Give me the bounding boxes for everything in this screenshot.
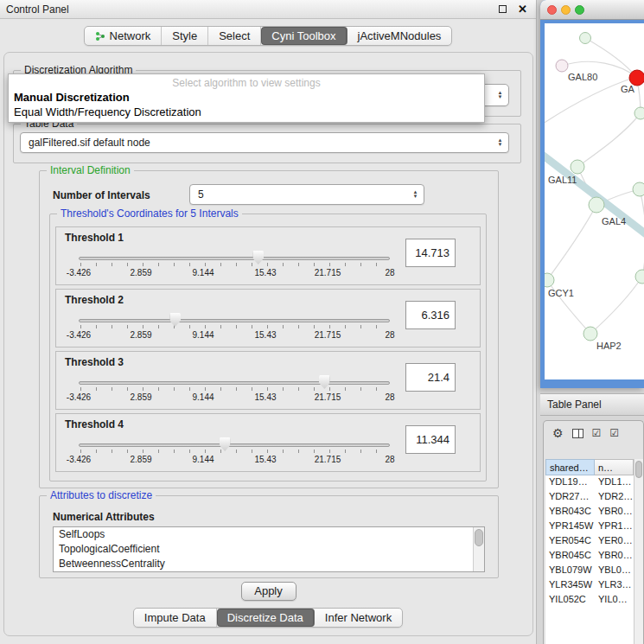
node-label-partial: GA: [621, 84, 635, 94]
threshold-4-value-field[interactable]: 11.344: [405, 425, 456, 454]
network-node-gcy1[interactable]: [545, 273, 554, 287]
threshold-2-slider[interactable]: [79, 312, 390, 329]
tick-label: 9.144: [192, 268, 214, 277]
cell[interactable]: YBR0…: [595, 505, 634, 520]
column-header-name[interactable]: n…: [595, 459, 634, 475]
node-label-gal80: GAL80: [568, 72, 597, 82]
threshold-3-panel: Threshold 3 -3.426 2.859 9.144 15.43 21.…: [55, 351, 481, 410]
threshold-1-slider[interactable]: [79, 250, 390, 267]
tab-select[interactable]: Select: [208, 27, 261, 45]
cell[interactable]: YBL0…: [595, 564, 634, 578]
select-column-icon[interactable]: ☑: [609, 427, 619, 439]
table-data-combo[interactable]: galFiltered.sif default node ▲ ▼: [20, 132, 509, 153]
cell[interactable]: YBR0…: [595, 549, 634, 564]
numerical-attributes-list[interactable]: SelfLoops TopologicalCoefficient Between…: [53, 526, 485, 572]
network-node[interactable]: [634, 107, 644, 119]
thick-edge[interactable]: [545, 151, 644, 241]
tab-infer-network[interactable]: Infer Network: [315, 609, 402, 627]
combo-stepper-icon[interactable]: ▲ ▼: [494, 91, 506, 99]
scrollbar-thumb[interactable]: [475, 529, 483, 546]
tick-label: 2.859: [130, 455, 151, 464]
combo-stepper-icon[interactable]: ▲ ▼: [410, 190, 421, 199]
slider-track[interactable]: [79, 319, 390, 322]
tab-jactivemodules[interactable]: jActiveMNodules: [348, 27, 452, 45]
float-window-icon[interactable]: [499, 5, 507, 13]
close-icon[interactable]: ✕: [518, 3, 527, 15]
table-scrollbar[interactable]: [634, 459, 643, 644]
cell[interactable]: YBR045C: [545, 549, 595, 564]
threshold-1-panel: Threshold 1 -3.426 2.859 9.144 15.43 21.…: [55, 226, 481, 285]
cell[interactable]: YLR345W: [545, 578, 595, 593]
cell[interactable]: YDR27…: [545, 490, 595, 505]
list-item[interactable]: TopologicalCoefficient: [54, 542, 484, 557]
cell[interactable]: YER054C: [545, 534, 595, 549]
cell[interactable]: YER0…: [595, 534, 634, 549]
tab-style[interactable]: Style: [162, 27, 208, 45]
threshold-1-value-field[interactable]: 14.713: [405, 239, 456, 267]
gear-icon[interactable]: ⚙: [552, 426, 564, 440]
table-row[interactable]: YBR043CYBR0…: [545, 505, 634, 520]
select-all-icon[interactable]: ☑: [592, 427, 602, 439]
cell[interactable]: YDL19…: [545, 475, 595, 490]
network-node-gal4[interactable]: [589, 197, 604, 213]
tab-impute-data[interactable]: Impute Data: [134, 609, 217, 627]
close-button[interactable]: [547, 5, 557, 15]
network-graph[interactable]: GAL80 GA GAL11 GAL4 GCY1 HAP2: [545, 23, 644, 379]
cell[interactable]: YBL079W: [545, 564, 595, 578]
minimize-button[interactable]: [561, 5, 571, 15]
apply-button[interactable]: Apply: [241, 582, 296, 601]
threshold-4-slider[interactable]: [79, 437, 390, 454]
tick-label: 2.859: [130, 330, 151, 340]
table-row[interactable]: YBR045CYBR0…: [545, 549, 634, 564]
table-row[interactable]: YPR145WYPR1…: [545, 520, 634, 534]
network-canvas[interactable]: GAL80 GA GAL11 GAL4 GCY1 HAP2: [545, 23, 644, 379]
cell[interactable]: YBR043C: [545, 505, 595, 520]
slider-track[interactable]: [79, 443, 390, 447]
cell[interactable]: YDR2…: [595, 490, 634, 505]
tab-network[interactable]: Network: [85, 27, 163, 45]
list-item[interactable]: BetweennessCentrality: [54, 557, 484, 571]
scrollbar-thumb[interactable]: [635, 461, 642, 478]
cell[interactable]: YPR145W: [545, 520, 595, 534]
list-item[interactable]: SelfLoops: [54, 527, 484, 542]
table-row[interactable]: YIL052CYIL0…: [545, 593, 634, 608]
network-node[interactable]: [580, 33, 591, 44]
cell[interactable]: YPR1…: [595, 520, 634, 534]
tick-label: -3.426: [67, 455, 91, 464]
cell[interactable]: YLR3…: [595, 578, 634, 593]
network-node-gal80[interactable]: [556, 60, 568, 72]
tick-label: -3.426: [67, 268, 91, 277]
network-node[interactable]: [635, 270, 644, 284]
tab-discretize-data[interactable]: Discretize Data: [217, 609, 315, 627]
threshold-3-slider[interactable]: [79, 374, 390, 392]
slider-track[interactable]: [79, 381, 390, 385]
table-row[interactable]: YLR345WYLR3…: [545, 578, 634, 593]
list-scrollbar[interactable]: [473, 527, 484, 571]
slider-tick-labels: -3.426 2.859 9.144 15.43 21.715 28: [79, 392, 390, 403]
tab-cyni-toolbox[interactable]: Cyni Toolbox: [261, 27, 347, 45]
tick-label: 15.43: [254, 392, 276, 402]
table-row[interactable]: YDL19…YDL1…: [545, 475, 634, 490]
slider-track[interactable]: [79, 257, 390, 260]
zoom-button[interactable]: [575, 5, 584, 15]
threshold-3-value-field[interactable]: 21.4: [405, 363, 456, 392]
network-node[interactable]: [633, 182, 644, 196]
columns-icon[interactable]: [572, 429, 583, 438]
network-node-gal11[interactable]: [571, 160, 584, 174]
cell[interactable]: YDL1…: [595, 475, 634, 490]
combo-stepper-icon[interactable]: ▲ ▼: [494, 138, 506, 147]
network-view-window: GAL80 GA GAL11 GAL4 GCY1 HAP2: [540, 0, 644, 388]
cell[interactable]: YIL0…: [595, 593, 634, 608]
table-row[interactable]: YER054CYER0…: [545, 534, 634, 549]
table-row[interactable]: YDR27…YDR2…: [545, 490, 634, 505]
tab-impute-data-label: Impute Data: [144, 611, 206, 624]
threshold-2-value-field[interactable]: 6.316: [405, 301, 456, 329]
popup-item-equal-width[interactable]: Equal Width/Frequency Discretization: [9, 105, 484, 119]
network-node-hap2[interactable]: [583, 327, 597, 341]
column-header-shared-name[interactable]: shared…: [545, 459, 595, 475]
node-table: shared… n… YDL19…YDL1… YDR27…YDR2… YBR04…: [545, 459, 634, 644]
table-row[interactable]: YBL079WYBL0…: [545, 564, 634, 578]
popup-item-manual-discretization[interactable]: Manual Discretization: [9, 90, 484, 105]
cell[interactable]: YIL052C: [545, 593, 595, 608]
number-of-intervals-combo[interactable]: 5 ▲ ▼: [189, 184, 424, 205]
